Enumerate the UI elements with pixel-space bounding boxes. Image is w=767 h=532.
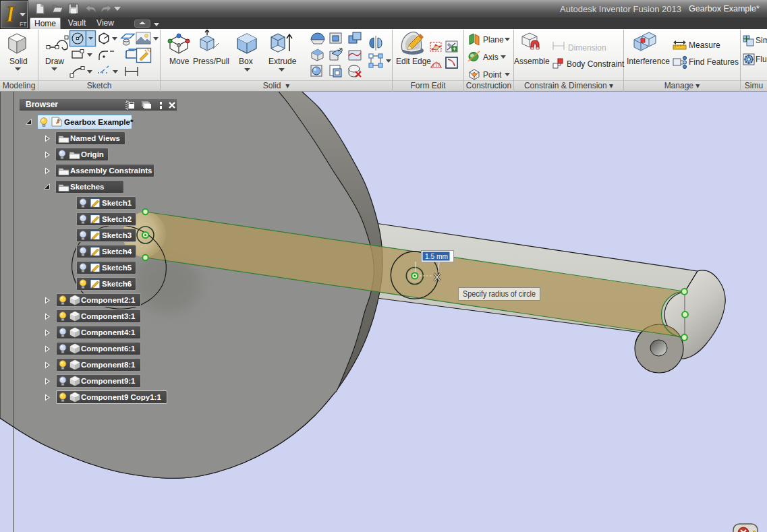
svg-text:FT: FT [20,21,26,28]
svg-text:Press/Pull: Press/Pull [193,57,229,66]
svg-text:Edit Edge: Edit Edge [396,57,431,66]
svg-text:Flui: Flui [756,55,767,64]
svg-text:Specify radius of circle: Specify radius of circle [463,289,536,299]
svg-text:Box: Box [239,57,253,66]
svg-text:Draw: Draw [45,57,64,66]
svg-text:Dimension: Dimension [568,43,606,53]
svg-text:1.5 mm: 1.5 mm [425,252,448,260]
svg-text:Sim: Sim [756,36,767,45]
svg-text:Point: Point [483,70,502,80]
svg-text:Measure: Measure [689,40,720,50]
svg-text:Assemble: Assemble [514,57,550,66]
svg-text:Solid: Solid [9,57,28,66]
svg-text:Extrude: Extrude [268,57,297,66]
svg-text:Move: Move [169,57,190,66]
svg-text:Find Features: Find Features [689,57,739,67]
svg-text:I: I [5,2,16,26]
svg-text:Plane: Plane [483,35,504,45]
svg-text:Axis: Axis [483,53,499,62]
svg-text:Body Constraint: Body Constraint [567,59,625,69]
svg-text:Interference: Interference [627,57,670,66]
